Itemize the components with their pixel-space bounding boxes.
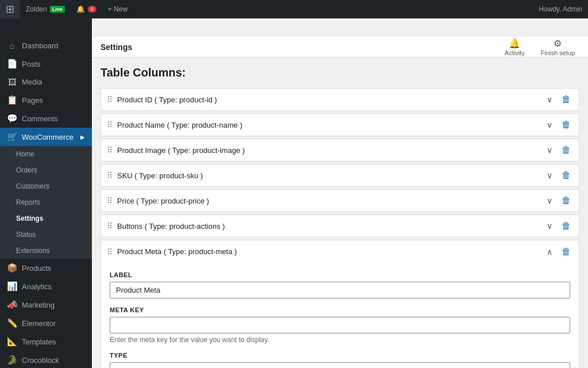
expand-btn-buttons[interactable]: ∨ — [544, 220, 555, 232]
meta-key-hint: Enter the meta key for the value you wan… — [110, 336, 570, 344]
notif-item[interactable]: 🔔 0 — [71, 0, 102, 18]
drag-handle-buttons[interactable]: ⠿ — [107, 221, 113, 231]
new-label: + New — [108, 5, 127, 13]
column-actions-buttons: ∨ 🗑 — [544, 220, 573, 232]
column-actions-price: ∨ 🗑 — [544, 194, 573, 207]
sidebar-item-extensions[interactable]: Extensions — [0, 243, 92, 259]
pages-icon: 📋 — [7, 95, 17, 105]
drag-handle-product-image[interactable]: ⠿ — [107, 145, 113, 155]
finish-setup-label: Finish setup — [541, 49, 575, 56]
expand-btn-product-id[interactable]: ∨ — [544, 94, 555, 105]
posts-icon: 📄 — [7, 59, 17, 69]
column-label-product-id: Product ID ( Type: product-id ) — [117, 95, 544, 104]
sidebar-item-reports[interactable]: Reports — [0, 194, 92, 210]
sidebar-item-crocoblock[interactable]: 🐊 Crocoblock — [0, 351, 92, 368]
sidebar-item-comments[interactable]: 💬 Comments — [0, 109, 92, 128]
expand-btn-product-image[interactable]: ∨ — [544, 144, 555, 156]
products-label: Products — [22, 264, 51, 273]
type-field-label: TYPE — [110, 352, 570, 359]
label-field-label: LABEL — [110, 271, 570, 278]
expand-btn-price[interactable]: ∨ — [544, 195, 555, 206]
site-name-item[interactable]: Zolden Live — [20, 0, 71, 18]
expanded-panel: LABEL META KEY Enter the meta key for th… — [100, 263, 579, 368]
sidebar-item-label: Dashboard — [22, 41, 59, 50]
type-select[interactable]: Text Image Date — [110, 362, 570, 368]
sidebar-item-home[interactable]: Home — [0, 146, 92, 162]
drag-handle-sku[interactable]: ⠿ — [107, 171, 113, 180]
delete-btn-sku[interactable]: 🗑 — [559, 169, 573, 182]
sidebar-item-label: Posts — [22, 60, 41, 68]
settings-sub-label: Settings — [16, 214, 43, 223]
howdy-item[interactable]: Howdy, Admin — [533, 0, 588, 18]
delete-btn-product-id[interactable]: 🗑 — [559, 93, 573, 106]
sidebar-item-pages[interactable]: 📋 Pages — [0, 91, 92, 109]
admin-bar-right: Howdy, Admin — [533, 0, 588, 18]
orders-sub-label: Orders — [16, 166, 37, 174]
drag-handle-price[interactable]: ⠿ — [107, 196, 113, 205]
woo-submenu: Home Orders Customers Reports Settings S… — [0, 146, 92, 259]
delete-btn-buttons[interactable]: 🗑 — [559, 220, 573, 232]
home-sub-label: Home — [16, 150, 34, 158]
wp-logo-item[interactable]: ⊞ — [0, 0, 20, 18]
sidebar-item-analytics[interactable]: 📊 Analytics — [0, 277, 92, 296]
sidebar-item-orders[interactable]: Orders — [0, 162, 92, 178]
sidebar-item-dashboard[interactable]: ⌂ Dashboard — [0, 37, 92, 55]
expand-btn-sku[interactable]: ∨ — [544, 170, 555, 181]
meta-key-input[interactable] — [110, 317, 570, 334]
live-badge: Live — [50, 6, 65, 13]
column-actions-product-id: ∨ 🗑 — [544, 93, 573, 106]
sidebar-item-templates[interactable]: 📐 Templates — [0, 332, 92, 351]
main-content: Settings 🔔 Activity ⚙ Finish setup Table… — [92, 18, 588, 368]
sidebar-item-elementor[interactable]: ✏️ Elementor — [0, 314, 92, 332]
site-name: Zolden — [26, 5, 47, 13]
column-actions-product-meta: ∧ 🗑 — [544, 246, 573, 258]
sidebar-item-products[interactable]: 📦 Products — [0, 259, 92, 277]
column-row-product-id: ⠿ Product ID ( Type: product-id ) ∨ 🗑 — [100, 88, 579, 111]
templates-icon: 📐 — [7, 336, 17, 347]
woo-icon: 🛒 — [7, 132, 17, 142]
media-icon: 🖼 — [7, 77, 17, 87]
expand-btn-product-name[interactable]: ∨ — [544, 119, 555, 131]
drag-handle-product-meta[interactable]: ⠿ — [107, 247, 113, 256]
sidebar-item-settings[interactable]: Settings — [0, 210, 92, 227]
delete-btn-product-image[interactable]: 🗑 — [559, 144, 573, 156]
drag-handle-product-id[interactable]: ⠿ — [107, 95, 113, 104]
howdy-label: Howdy, Admin — [539, 5, 582, 13]
sidebar-item-posts[interactable]: 📄 Posts — [0, 55, 92, 73]
comments-icon: 💬 — [7, 113, 17, 124]
activity-btn[interactable]: 🔔 Activity — [500, 36, 529, 59]
sidebar-item-woocommerce[interactable]: 🛒 WooCommerce ▶ — [0, 128, 92, 146]
dashboard-icon: ⌂ — [7, 41, 17, 51]
reports-sub-label: Reports — [16, 198, 40, 206]
customers-sub-label: Customers — [16, 182, 49, 190]
admin-bar: ⊞ Zolden Live 🔔 0 + New Howdy, Admin — [0, 0, 588, 18]
sidebar-item-marketing[interactable]: 📣 Marketing — [0, 296, 92, 314]
column-actions-sku: ∨ 🗑 — [544, 169, 573, 182]
type-field-group: TYPE Text Image Date Select the type of … — [110, 352, 570, 368]
label-input[interactable] — [110, 282, 570, 298]
sidebar-item-label: Pages — [22, 96, 43, 105]
delete-btn-product-meta[interactable]: 🗑 — [559, 246, 573, 258]
drag-handle-product-name[interactable]: ⠿ — [107, 120, 113, 129]
column-row-product-name: ⠿ Product Name ( Type: product-name ) ∨ … — [100, 113, 579, 136]
notif-icon: 🔔 — [76, 5, 85, 13]
products-icon: 📦 — [7, 263, 17, 273]
marketing-label: Marketing — [22, 301, 55, 309]
analytics-label: Analytics — [22, 282, 52, 291]
expand-btn-product-meta[interactable]: ∧ — [544, 246, 555, 258]
column-row-buttons: ⠿ Buttons ( Type: product-actions ) ∨ 🗑 — [100, 214, 579, 237]
meta-key-field-label: META KEY — [110, 306, 570, 313]
elementor-label: Elementor — [22, 319, 56, 328]
sidebar-item-status[interactable]: Status — [0, 227, 92, 243]
new-item[interactable]: + New — [102, 0, 133, 18]
sidebar-item-media[interactable]: 🖼 Media — [0, 73, 92, 91]
column-row-sku: ⠿ SKU ( Type: product-sku ) ∨ 🗑 — [100, 164, 579, 187]
finish-setup-btn[interactable]: ⚙ Finish setup — [536, 36, 579, 59]
delete-btn-price[interactable]: 🗑 — [559, 194, 573, 207]
column-label-price: Price ( Type: product-price ) — [117, 197, 544, 205]
extensions-sub-label: Extensions — [16, 247, 50, 255]
admin-bar-left: ⊞ Zolden Live 🔔 0 + New — [0, 0, 133, 18]
sidebar-item-customers[interactable]: Customers — [0, 178, 92, 194]
analytics-icon: 📊 — [7, 281, 17, 292]
delete-btn-product-name[interactable]: 🗑 — [559, 118, 573, 131]
